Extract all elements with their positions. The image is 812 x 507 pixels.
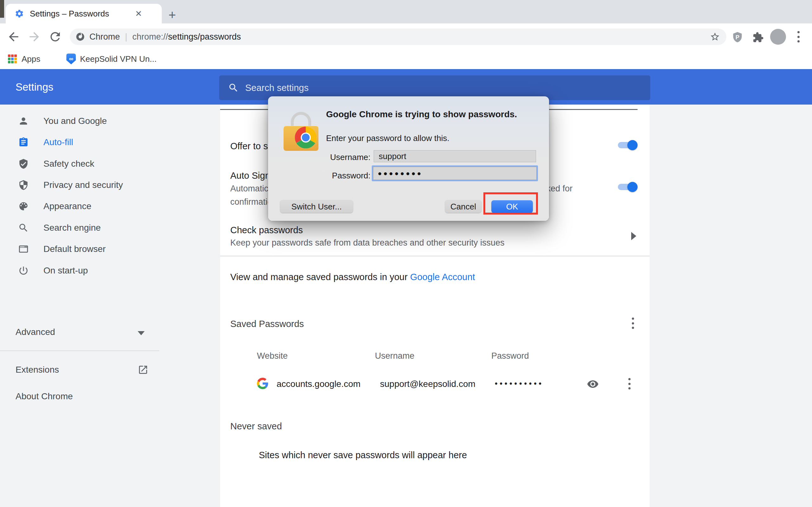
chrome-logo xyxy=(294,126,317,149)
sidebar-item-label: Default browser xyxy=(44,244,106,254)
sidebar-about-label: About Chrome xyxy=(15,391,73,401)
password-field-focus-ring: ●●●●●●●● xyxy=(372,165,538,181)
username-field[interactable]: support xyxy=(374,150,536,162)
sidebar-extensions[interactable]: Extensions xyxy=(0,359,159,381)
bookmark-apps[interactable]: Apps xyxy=(21,54,40,64)
apps-grid-icon xyxy=(8,55,17,63)
column-website: Website xyxy=(257,351,288,361)
password-masked-value: ●●●●●●●● xyxy=(378,170,422,177)
lock-chrome-icon xyxy=(284,112,318,151)
google-account-link[interactable]: Google Account xyxy=(410,272,475,282)
tab-close-icon[interactable]: ✕ xyxy=(135,9,142,19)
auth-dialog: Google Chrome is trying to show password… xyxy=(268,96,549,221)
sidebar-item-appearance[interactable]: Appearance xyxy=(0,195,159,217)
shield-check-icon xyxy=(18,158,29,169)
sidebar-item-privacy[interactable]: Privacy and security xyxy=(0,174,159,196)
column-username: Username xyxy=(375,351,415,361)
sidebar-item-default-browser[interactable]: Default browser xyxy=(0,238,159,260)
sidebar-item-label: Auto-fill xyxy=(44,137,73,147)
search-icon xyxy=(228,82,239,93)
back-icon[interactable] xyxy=(7,30,20,44)
reload-icon[interactable] xyxy=(48,30,62,44)
sidebar-about-chrome[interactable]: About Chrome xyxy=(0,386,159,407)
chevron-right-icon[interactable] xyxy=(631,232,636,240)
dialog-title: Google Chrome is trying to show password… xyxy=(326,109,517,119)
row-website: accounts.google.com xyxy=(276,379,361,389)
password-label: Password: xyxy=(326,171,370,181)
person-icon xyxy=(18,116,29,126)
column-password: Password xyxy=(491,351,529,361)
table-row: accounts.google.com support@keepsolid.co… xyxy=(220,373,650,395)
row-username: support@keepsolid.com xyxy=(380,379,475,389)
tab-title: Settings – Passwords xyxy=(30,9,135,19)
address-bar[interactable]: Chrome | chrome://settings/passwords xyxy=(70,29,726,45)
page-title: Settings xyxy=(15,81,53,93)
sidebar-item-autofill[interactable]: Auto-fill xyxy=(0,131,159,153)
bookmark-star-icon[interactable] xyxy=(710,32,720,42)
sidebar-item-label: Safety check xyxy=(44,159,94,169)
manage-text: View and manage saved passwords in your xyxy=(230,272,410,282)
bookmark-keepsolid-vpn[interactable]: KeepSolid VPN Un... xyxy=(80,54,156,64)
sidebar-item-label: Privacy and security xyxy=(44,180,123,190)
sidebar-item-safety-check[interactable]: Safety check xyxy=(0,153,159,175)
browser-menu-icon[interactable] xyxy=(797,30,800,44)
saved-passwords-menu-icon[interactable] xyxy=(631,316,635,330)
sidebar-item-label: On start-up xyxy=(44,266,88,276)
never-saved-empty-text: Sites which never save passwords will ap… xyxy=(259,450,467,460)
chrome-page-icon xyxy=(75,32,85,42)
settings-gear-favicon xyxy=(14,9,24,18)
google-favicon xyxy=(257,378,268,389)
url-path: settings/passwords xyxy=(168,32,241,42)
search-icon xyxy=(18,222,29,233)
bookmarks-bar: Apps ∞ KeepSolid VPN Un... xyxy=(0,49,812,69)
window-corner xyxy=(0,0,4,18)
auto-signin-toggle[interactable] xyxy=(618,182,638,192)
sidebar-extensions-label: Extensions xyxy=(15,365,59,375)
cancel-button[interactable]: Cancel xyxy=(445,200,481,213)
check-passwords-title: Check passwords xyxy=(230,225,303,235)
new-tab-button[interactable]: + xyxy=(165,9,179,22)
row-password-masked: •••••••••• xyxy=(495,379,544,388)
browser-tab[interactable]: Settings – Passwords ✕ xyxy=(6,4,162,23)
sidebar-item-label: Appearance xyxy=(44,201,91,211)
palette-icon xyxy=(18,201,29,212)
password-field[interactable]: ●●●●●●●● xyxy=(373,167,537,180)
sidebar-item-you-and-google[interactable]: You and Google xyxy=(0,110,159,132)
url-site-label: Chrome xyxy=(90,32,120,42)
username-value: support xyxy=(379,152,406,161)
offer-to-save-toggle[interactable] xyxy=(618,140,638,150)
search-placeholder: Search settings xyxy=(245,83,309,93)
keepsolid-vpn-icon: ∞ xyxy=(66,54,76,64)
sidebar-item-label: Search engine xyxy=(44,223,101,233)
sidebar-item-label: You and Google xyxy=(44,116,107,126)
sidebar-item-on-startup[interactable]: On start-up xyxy=(0,260,159,281)
autofill-clipboard-icon xyxy=(18,137,29,148)
password-extension-icon[interactable]: P xyxy=(732,32,743,44)
ok-annotation-highlight xyxy=(484,192,538,215)
show-password-eye-icon[interactable] xyxy=(587,378,599,390)
extension-badge-letter: P xyxy=(735,34,740,41)
never-saved-title: Never saved xyxy=(230,421,282,432)
sidebar-divider xyxy=(0,350,159,351)
forward-icon xyxy=(27,30,41,44)
saved-passwords-title: Saved Passwords xyxy=(230,319,304,329)
username-label: Username: xyxy=(326,153,370,162)
check-passwords-desc: Keep your passwords safe from data breac… xyxy=(230,238,504,248)
manage-passwords-text: View and manage saved passwords in your … xyxy=(230,272,475,282)
switch-user-button[interactable]: Switch User... xyxy=(280,200,353,213)
privacy-shield-icon xyxy=(18,180,29,190)
sidebar-advanced-label: Advanced xyxy=(15,327,55,337)
section-divider xyxy=(220,256,650,257)
url-scheme: chrome:// xyxy=(132,32,168,42)
profile-avatar[interactable] xyxy=(770,29,786,45)
open-in-new-icon xyxy=(138,364,148,375)
sidebar-item-search-engine[interactable]: Search engine xyxy=(0,217,159,239)
row-menu-icon[interactable] xyxy=(628,377,631,391)
power-icon xyxy=(18,265,29,276)
browser-window-icon xyxy=(18,244,29,255)
chevron-down-icon xyxy=(138,331,145,335)
dialog-subtitle: Enter your password to allow this. xyxy=(326,133,450,143)
infinity-glyph: ∞ xyxy=(69,55,73,62)
sidebar-advanced[interactable]: Advanced xyxy=(0,321,159,343)
extensions-puzzle-icon[interactable] xyxy=(752,32,764,43)
